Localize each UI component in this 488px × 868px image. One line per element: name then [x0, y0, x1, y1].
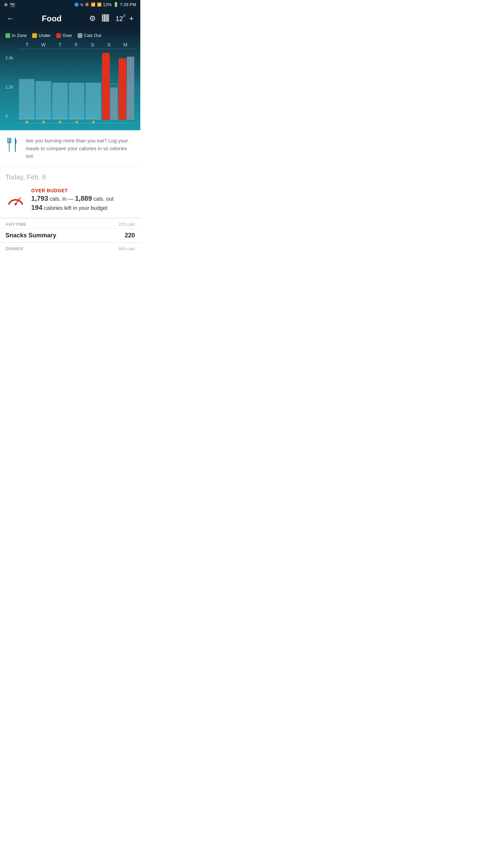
snacks-label: Snacks Summary	[5, 232, 56, 239]
anytime-label: ANYTIME	[5, 222, 26, 227]
dot-m	[125, 121, 128, 123]
svg-rect-8	[7, 138, 8, 143]
day-m: M	[117, 42, 134, 47]
day-s1: S	[84, 42, 101, 47]
today-label: Today, Feb. 6	[5, 173, 46, 181]
cals-in-value: 1,793	[31, 195, 48, 202]
dinner-header: DINNER 660 cals	[0, 242, 140, 253]
dot-t1	[26, 121, 28, 123]
cals-out-value: 1,889	[75, 195, 92, 202]
info-text: Are you burning more than you eat? Log y…	[26, 137, 135, 160]
anytime-cals: 220 cals	[119, 222, 135, 227]
svg-rect-2	[104, 14, 105, 22]
cals-in-label: cals. in	[50, 196, 67, 202]
cals-left-label: calories left in your budget	[44, 205, 107, 211]
svg-rect-7	[108, 14, 109, 22]
cals-out-label: Cals Out	[84, 33, 101, 38]
svg-rect-4	[106, 14, 106, 22]
budget-info: OVER BUDGET 1,793 cals. in — 1,889 cals.…	[31, 188, 114, 212]
svg-rect-14	[15, 146, 16, 152]
chart-legend: In Zone Under Over Cals Out	[5, 33, 135, 38]
dot-s2	[109, 121, 111, 123]
fork-knife-icon	[5, 137, 20, 153]
snacks-row[interactable]: Snacks Summary 220	[0, 228, 140, 242]
under-dot	[32, 33, 37, 38]
add-food-button[interactable]: +	[129, 14, 134, 23]
budget-cals-line: 1,793 cals. in — 1,889 cals. out	[31, 195, 114, 202]
page-title: Food	[42, 14, 62, 23]
header-actions: ⚙ 123 +	[89, 14, 134, 23]
dot-f	[76, 121, 78, 123]
svg-rect-10	[11, 138, 12, 143]
svg-rect-1	[103, 14, 103, 22]
bar-col-w	[36, 49, 51, 123]
over-budget-label: OVER BUDGET	[31, 188, 114, 193]
cals-out-label: cals. out	[94, 196, 114, 202]
dinner-section: DINNER 660 cals	[0, 242, 140, 253]
barcode-button[interactable]	[102, 14, 109, 23]
cals-out-dot	[78, 33, 82, 38]
battery-icon: 🔋	[113, 2, 119, 7]
status-right-info: 🔷 N 🔇 📶 📶 12% 🔋 7:28 PM	[74, 2, 136, 7]
bar-col-t1	[19, 49, 35, 123]
legend-in-zone: In Zone	[5, 33, 27, 38]
day-labels: T W T F S S M	[5, 42, 135, 47]
bar-m-calsout	[127, 57, 135, 120]
svg-rect-0	[102, 14, 103, 22]
svg-rect-12	[9, 143, 9, 152]
date-header: Today, Feb. 6	[0, 167, 140, 184]
status-left-icons: ⊕ 📷	[4, 2, 15, 7]
over-label: Over	[63, 33, 72, 38]
x-baseline	[19, 123, 134, 123]
anytime-section: ANYTIME 220 cals Snacks Summary 220	[0, 218, 140, 242]
svg-rect-9	[9, 138, 10, 143]
dot-s1	[92, 121, 95, 123]
bar-s2-over	[102, 53, 110, 120]
settings-button[interactable]: ⚙	[89, 14, 96, 23]
svg-rect-3	[105, 14, 105, 22]
dinner-cals: 660 cals	[119, 246, 135, 251]
day-w: W	[35, 42, 52, 47]
bars	[18, 49, 135, 123]
svg-rect-11	[8, 142, 11, 143]
legend-over: Over	[56, 33, 72, 38]
bluetooth-icon: 🔷	[74, 2, 79, 7]
bars-container	[18, 49, 135, 123]
status-bar: ⊕ 📷 🔷 N 🔇 📶 📶 12% 🔋 7:28 PM	[0, 0, 140, 9]
camera-icon: 📷	[10, 2, 15, 7]
chart-section: In Zone Under Over Cals Out T W T F S S …	[0, 28, 140, 130]
signal-icon: 📶	[97, 2, 102, 7]
snacks-val: 220	[125, 232, 135, 239]
info-card: Are you burning more than you eat? Log y…	[0, 130, 140, 167]
wifi-icon: 📶	[91, 2, 96, 7]
in-zone-label: In Zone	[12, 33, 27, 38]
time: 7:28 PM	[120, 2, 136, 7]
under-label: Under	[39, 33, 50, 38]
bar-f	[69, 83, 84, 120]
bar-s1	[85, 83, 101, 120]
log-count-button[interactable]: 123	[116, 15, 123, 23]
anytime-header: ANYTIME 220 cals	[0, 218, 140, 228]
bar-col-s1	[85, 49, 101, 123]
legend-under: Under	[32, 33, 50, 38]
budget-section: OVER BUDGET 1,793 cals. in — 1,889 cals.…	[0, 184, 140, 218]
y-label-0: 0	[5, 114, 17, 119]
in-zone-dot	[5, 33, 10, 38]
bar-col-f	[69, 49, 84, 123]
back-button[interactable]: ←	[7, 14, 14, 23]
dinner-label: DINNER	[5, 246, 23, 251]
battery-percent: 12%	[103, 2, 112, 7]
bar-w	[36, 81, 51, 120]
svg-rect-6	[107, 14, 108, 22]
day-s2: S	[101, 42, 117, 47]
mute-icon: 🔇	[85, 2, 89, 7]
y-label-2400: 2.4k	[5, 56, 17, 60]
nfc-icon: N	[81, 3, 83, 7]
header: ← Food ⚙ 123 +	[0, 9, 140, 28]
svg-rect-5	[107, 14, 107, 22]
day-t2: T	[52, 42, 68, 47]
y-label-1200: 1.2k	[5, 85, 17, 90]
dot-t2	[59, 121, 61, 123]
bar-col-t2	[52, 49, 68, 123]
gauge-icon	[5, 189, 26, 211]
